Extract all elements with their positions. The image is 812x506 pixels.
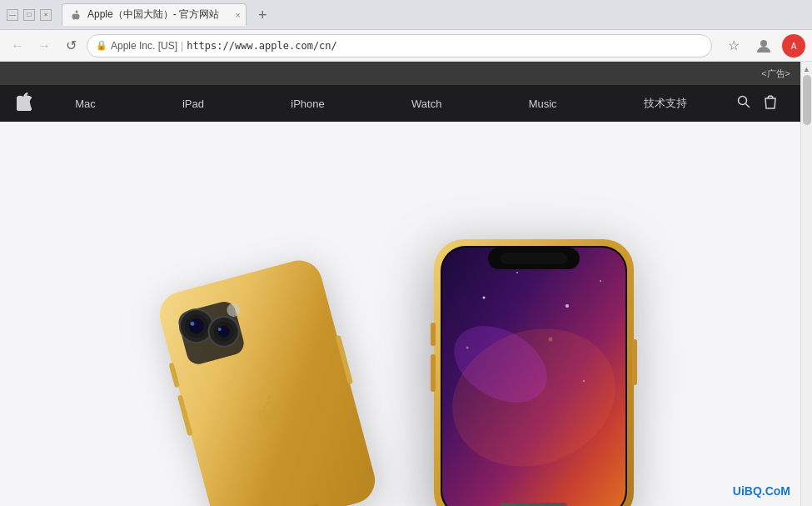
address-right-controls: ☆ A [722,34,805,58]
iphone-front [417,231,650,506]
company-name: Apple Inc. [US] [111,40,177,52]
browser-window: — □ × Apple（中国大陆）- 官方网站 × + ← → ↺ 🔒 Appl… [0,0,812,506]
svg-text:A: A [791,42,797,51]
tab-title: Apple（中国大陆）- 官方网站 [87,8,219,22]
ad-bar: <广告> [0,62,800,85]
url-text: https://www.apple.com/cn/ [187,40,337,52]
svg-rect-33 [501,253,567,264]
svg-rect-36 [632,339,637,385]
bookmark-button[interactable]: ☆ [722,34,745,58]
maximize-button[interactable]: □ [23,9,35,21]
active-tab[interactable]: Apple（中国大陆）- 官方网站 × [62,3,247,26]
ad-label: <广告> [761,68,790,80]
apple-navigation: Mac iPad iPhone Watch Music 技术支持 [0,85,800,122]
svg-rect-35 [431,354,436,392]
nav-item-support[interactable]: 技术支持 [630,85,700,122]
bag-button[interactable] [757,94,784,113]
svg-point-3 [739,97,747,105]
scrollbar[interactable]: ▲ [800,62,812,506]
minimize-button[interactable]: — [7,9,18,21]
nav-item-music[interactable]: Music [516,85,570,122]
url-separator: | [181,40,183,52]
svg-point-23 [482,297,485,299]
bag-icon [764,94,777,109]
hero-area: UiBQ.CoM [0,122,800,506]
apple-logo-icon [17,93,32,111]
svg-rect-34 [431,323,436,346]
refresh-button[interactable]: ↺ [60,35,82,57]
page-content: <广告> Mac iPad iPhone Watch Music 技术支持 [0,62,800,506]
watermark: UiBQ.CoM [733,484,790,498]
tab-favicon-icon [71,9,82,21]
nav-item-watch[interactable]: Watch [398,85,455,122]
new-tab-button[interactable]: + [253,5,272,26]
close-button[interactable]: × [40,9,52,21]
title-bar: — □ × Apple（中国大陆）- 官方网站 × + [0,0,812,30]
svg-point-0 [760,40,767,47]
back-button[interactable]: ← [7,35,28,57]
nav-item-iphone[interactable]: iPhone [277,85,337,122]
profile-icon [755,38,772,54]
content-area: <广告> Mac iPad iPhone Watch Music 技术支持 [0,62,812,506]
iphone-back [134,256,401,506]
svg-rect-5 [154,256,380,506]
window-controls: — □ × [7,9,52,21]
svg-rect-37 [501,503,567,506]
nav-items: Mac iPad iPhone Watch Music 技术支持 [32,85,730,122]
search-button[interactable] [730,95,757,112]
nav-item-mac[interactable]: Mac [62,85,109,122]
apple-logo-nav[interactable] [17,93,32,115]
forward-button[interactable]: → [33,35,55,57]
profile-button[interactable] [752,34,775,58]
svg-line-4 [746,104,750,108]
svg-point-24 [516,272,518,273]
lock-icon: 🔒 [96,40,107,51]
svg-point-25 [565,304,569,308]
search-icon [737,95,750,108]
address-input-box[interactable]: 🔒 Apple Inc. [US] | https://www.apple.co… [87,34,712,58]
phones-container [109,231,692,506]
address-bar: ← → ↺ 🔒 Apple Inc. [US] | https://www.ap… [0,30,812,62]
tab-close-button[interactable]: × [236,10,241,20]
nav-item-ipad[interactable]: iPad [169,85,217,122]
extension-icon: A [787,39,800,53]
svg-point-26 [600,280,601,282]
tab-bar: Apple（中国大陆）- 官方网站 × + [58,3,805,26]
scrollbar-thumb[interactable] [803,75,811,125]
extension-button[interactable]: A [782,34,805,58]
